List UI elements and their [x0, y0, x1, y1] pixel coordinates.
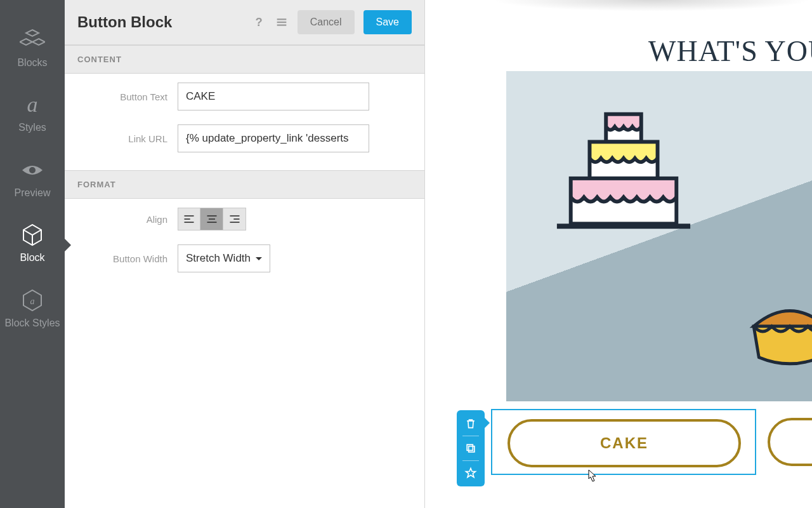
svg-marker-2 — [32, 39, 45, 45]
styles-icon: a — [19, 91, 46, 118]
svg-marker-1 — [20, 39, 32, 45]
svg-rect-25 — [469, 446, 475, 452]
preview-second-button[interactable] — [768, 418, 812, 466]
nav-label-block-styles: Block Styles — [4, 318, 60, 329]
duplicate-tool[interactable] — [461, 439, 480, 458]
input-button-text[interactable] — [178, 83, 369, 110]
preview-cake-button[interactable]: CAKE — [508, 419, 741, 467]
label-link-url: Link URL — [77, 133, 178, 144]
chevron-down-icon — [256, 257, 262, 260]
label-button-width: Button Width — [77, 253, 178, 264]
svg-marker-27 — [466, 469, 476, 478]
panel-header: Button Block ? Cancel Save — [65, 0, 424, 45]
align-left-button[interactable] — [178, 208, 200, 231]
cursor-icon — [585, 469, 598, 486]
nav-label-blocks: Blocks — [17, 57, 47, 69]
help-icon[interactable]: ? — [252, 15, 266, 29]
input-link-url[interactable] — [178, 124, 369, 152]
section-format: Align Button Width Stretch Width — [65, 199, 424, 290]
section-content: Button Text Link URL — [65, 74, 424, 170]
cancel-button[interactable]: Cancel — [298, 10, 355, 34]
select-button-width-value: Stretch Width — [186, 252, 251, 265]
selection-toolbar — [457, 410, 485, 486]
preview-pane: WHAT'S YOUR F — [425, 0, 812, 508]
row-button-width: Button Width Stretch Width — [77, 244, 412, 272]
editor-panel: Button Block ? Cancel Save CONTENT Butto… — [65, 0, 425, 508]
left-nav: Blocks a Styles Preview Block a Block St… — [0, 0, 65, 508]
favorite-tool[interactable] — [461, 464, 480, 483]
align-group — [178, 208, 246, 231]
svg-rect-26 — [467, 444, 473, 450]
nav-label-block: Block — [20, 252, 44, 264]
save-button[interactable]: Save — [363, 10, 412, 34]
nav-item-blocks[interactable]: Blocks — [0, 18, 65, 83]
svg-text:?: ? — [255, 15, 262, 29]
panel-actions: ? Cancel Save — [252, 10, 412, 34]
block-icon — [19, 222, 46, 248]
section-format-head: FORMAT — [65, 170, 424, 199]
align-right-button[interactable] — [223, 208, 246, 231]
nav-label-preview: Preview — [15, 187, 51, 199]
row-link-url: Link URL — [77, 124, 412, 152]
hero-image — [506, 71, 812, 401]
block-styles-icon: a — [19, 287, 46, 314]
label-button-text: Button Text — [77, 91, 178, 102]
preview-cake-button-label: CAKE — [600, 434, 648, 452]
nav-label-styles: Styles — [18, 122, 46, 133]
eye-icon — [19, 157, 46, 184]
select-button-width[interactable]: Stretch Width — [178, 244, 270, 272]
nav-item-preview[interactable]: Preview — [0, 148, 65, 213]
row-align: Align — [77, 208, 412, 231]
menu-icon[interactable] — [275, 15, 289, 29]
svg-point-3 — [29, 167, 36, 173]
align-center-button[interactable] — [200, 208, 223, 231]
section-content-head: CONTENT — [65, 45, 424, 74]
toolbar-divider — [462, 436, 479, 436]
cake-icon — [548, 95, 699, 246]
panel-title: Button Block — [77, 13, 172, 31]
toolbar-divider — [462, 460, 479, 461]
label-align: Align — [77, 214, 178, 225]
svg-marker-0 — [26, 30, 39, 36]
delete-tool[interactable] — [461, 414, 480, 433]
pie-icon — [749, 281, 812, 382]
blocks-icon — [19, 27, 46, 53]
selected-block-outline[interactable]: CAKE — [491, 409, 756, 475]
preview-headline: WHAT'S YOUR F — [648, 34, 812, 68]
nav-item-styles[interactable]: a Styles — [0, 83, 65, 147]
nav-item-block-styles[interactable]: a Block Styles — [0, 278, 65, 343]
nav-item-block[interactable]: Block — [0, 213, 65, 277]
preview-shadow — [492, 0, 812, 11]
row-button-text: Button Text — [77, 83, 412, 110]
svg-text:a: a — [30, 297, 35, 306]
